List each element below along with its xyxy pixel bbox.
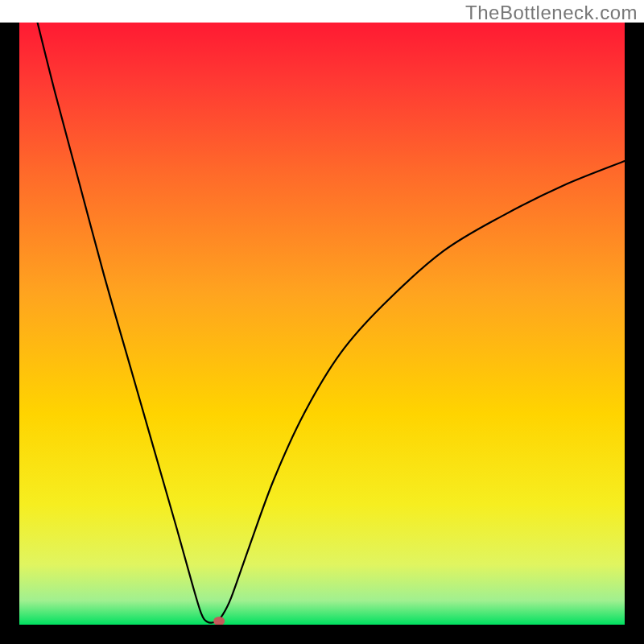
watermark-text: TheBottleneck.com <box>465 2 638 24</box>
chart-frame <box>0 0 19 644</box>
optimum-marker <box>213 617 225 625</box>
chart-frame <box>0 625 644 644</box>
chart-container: TheBottleneck.com <box>0 0 644 644</box>
chart-frame <box>625 0 644 644</box>
bottleneck-chart <box>0 0 644 644</box>
plot-gradient-bg <box>19 23 625 625</box>
